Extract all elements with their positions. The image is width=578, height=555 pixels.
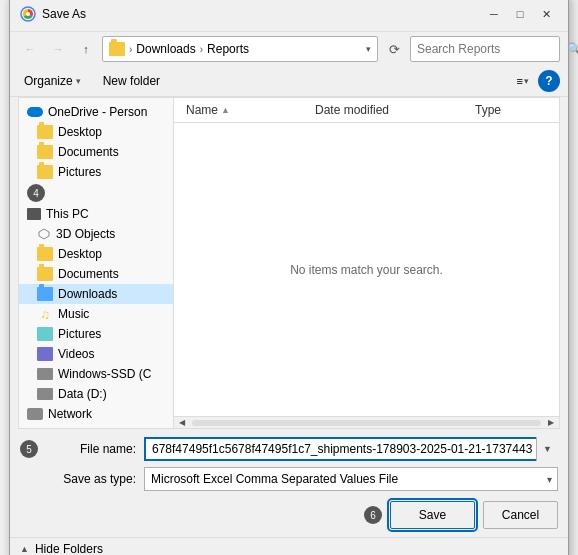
new-folder-button[interactable]: New folder xyxy=(95,71,168,91)
sidebar-item-3dobjects[interactable]: 3D Objects xyxy=(19,224,173,244)
col-header-name[interactable]: Name ▲ xyxy=(182,101,311,119)
sidebar-item-pictures-pc[interactable]: Pictures xyxy=(19,324,173,344)
search-icon: 🔍 xyxy=(567,42,578,56)
toolbar: Organize ▾ New folder ≡ ▾ ? xyxy=(10,66,568,97)
title-bar: Save As ─ □ ✕ xyxy=(10,0,568,32)
chevron-up-icon: ▲ xyxy=(20,544,29,554)
close-button[interactable]: ✕ xyxy=(534,3,558,25)
sidebar-item-desktop-od[interactable]: Desktop xyxy=(19,122,173,142)
folder-icon xyxy=(37,247,53,261)
refresh-button[interactable]: ⟳ xyxy=(382,37,406,61)
sidebar-item-onedrive[interactable]: OneDrive - Person xyxy=(19,102,173,122)
breadcrumb-folder-icon xyxy=(109,42,125,56)
thispc-label: This PC xyxy=(46,207,89,221)
col-header-date[interactable]: Date modified xyxy=(311,101,471,119)
filename-label: File name: xyxy=(46,442,136,456)
sidebar-label: Documents xyxy=(58,145,119,159)
network-icon xyxy=(27,408,43,420)
save-as-dialog: Save As ─ □ ✕ ← → ↑ › Downloads › Report… xyxy=(9,0,569,555)
empty-message: No items match your search. xyxy=(174,123,559,416)
folder-icon xyxy=(37,165,53,179)
filename-dropdown-arrow[interactable]: ▼ xyxy=(536,437,558,461)
onedrive-icon xyxy=(27,107,43,117)
filetype-row: Save as type: Microsoft Excel Comma Sepa… xyxy=(20,467,558,491)
svg-point-1 xyxy=(26,12,30,16)
window-controls: ─ □ ✕ xyxy=(482,3,558,25)
sidebar-item-data-d[interactable]: Data (D:) xyxy=(19,384,173,404)
breadcrumb-reports[interactable]: Reports xyxy=(207,42,249,56)
sidebar-item-thispc[interactable]: This PC xyxy=(19,204,173,224)
save-button[interactable]: Save xyxy=(390,501,475,529)
svg-marker-2 xyxy=(39,229,49,239)
filename-input[interactable] xyxy=(144,437,558,461)
maximize-button[interactable]: □ xyxy=(508,3,532,25)
sidebar-label: Music xyxy=(58,307,89,321)
sidebar-item-videos[interactable]: Videos xyxy=(19,344,173,364)
sidebar-item-documents-od[interactable]: Documents xyxy=(19,142,173,162)
filetype-select-wrapper: Microsoft Excel Comma Separated Values F… xyxy=(144,467,558,491)
view-icon: ≡ xyxy=(517,75,523,87)
dialog-title: Save As xyxy=(42,7,482,21)
onedrive-label: OneDrive - Person xyxy=(48,105,147,119)
sidebar-item-desktop-pc[interactable]: Desktop xyxy=(19,244,173,264)
drive-icon xyxy=(37,368,53,380)
folder-icon xyxy=(37,267,53,281)
back-button[interactable]: ← xyxy=(18,37,42,61)
help-button[interactable]: ? xyxy=(538,70,560,92)
up-button[interactable]: ↑ xyxy=(74,37,98,61)
search-input[interactable] xyxy=(417,42,567,56)
cancel-button[interactable]: Cancel xyxy=(483,501,558,529)
computer-icon xyxy=(27,208,41,220)
sidebar-item-network[interactable]: Network xyxy=(19,404,173,424)
nav-bar: ← → ↑ › Downloads › Reports ▾ ⟳ 🔍 xyxy=(10,32,568,66)
main-panel: Name ▲ Date modified Type No items match… xyxy=(174,98,559,428)
sidebar-item-downloads[interactable]: Downloads xyxy=(19,284,173,304)
search-box: 🔍 xyxy=(410,36,560,62)
sidebar-label: Documents xyxy=(58,267,119,281)
view-button[interactable]: ≡ ▾ xyxy=(512,72,534,90)
downloads-label: Downloads xyxy=(58,287,117,301)
sidebar-label: 3D Objects xyxy=(56,227,115,241)
network-label: Network xyxy=(48,407,92,421)
filetype-label: Save as type: xyxy=(46,472,136,486)
step4-badge: 4 xyxy=(27,184,45,202)
folder-icon xyxy=(37,125,53,139)
hide-folders-label: Hide Folders xyxy=(35,542,103,555)
forward-button[interactable]: → xyxy=(46,37,70,61)
organize-button[interactable]: Organize ▾ xyxy=(18,71,87,91)
breadcrumb-dropdown-arrow[interactable]: ▾ xyxy=(366,44,371,54)
toolbar-right: ≡ ▾ ? xyxy=(512,70,560,92)
sidebar-item-music[interactable]: ♫ Music xyxy=(19,304,173,324)
breadcrumb-bar: › Downloads › Reports ▾ xyxy=(102,36,378,62)
minimize-button[interactable]: ─ xyxy=(482,3,506,25)
column-headers: Name ▲ Date modified Type xyxy=(174,98,559,123)
filename-input-wrapper: ▼ xyxy=(144,437,558,461)
sidebar-item-documents-pc[interactable]: Documents xyxy=(19,264,173,284)
step4-area: 4 xyxy=(19,182,173,204)
horizontal-scrollbar[interactable]: ◀ ▶ xyxy=(174,416,559,428)
sidebar-label: Windows-SSD (C xyxy=(58,367,151,381)
downloads-folder-icon xyxy=(37,287,53,301)
3d-objects-icon xyxy=(37,227,51,241)
filename-row: 5 File name: ▼ xyxy=(20,437,558,461)
organize-dropdown-arrow: ▾ xyxy=(76,76,81,86)
sidebar-item-pictures-od[interactable]: Pictures xyxy=(19,162,173,182)
step6-badge: 6 xyxy=(364,506,382,524)
music-icon: ♫ xyxy=(37,307,53,321)
scroll-right-button[interactable]: ▶ xyxy=(543,417,559,429)
col-header-type[interactable]: Type xyxy=(471,101,551,119)
sidebar-label: Pictures xyxy=(58,327,101,341)
videos-icon xyxy=(37,347,53,361)
pictures-icon xyxy=(37,327,53,341)
scroll-left-button[interactable]: ◀ xyxy=(174,417,190,429)
hide-folders-bar[interactable]: ▲ Hide Folders xyxy=(10,537,568,555)
app-icon xyxy=(20,6,36,22)
sidebar-item-windows-ssd[interactable]: Windows-SSD (C xyxy=(19,364,173,384)
action-row: 6 Save Cancel xyxy=(20,497,558,529)
step5-badge: 5 xyxy=(20,440,38,458)
breadcrumb-downloads[interactable]: Downloads xyxy=(136,42,195,56)
sidebar: OneDrive - Person Desktop Documents Pict… xyxy=(19,98,174,428)
sidebar-label: Data (D:) xyxy=(58,387,107,401)
filetype-select[interactable]: Microsoft Excel Comma Separated Values F… xyxy=(144,467,558,491)
sidebar-label: Videos xyxy=(58,347,94,361)
